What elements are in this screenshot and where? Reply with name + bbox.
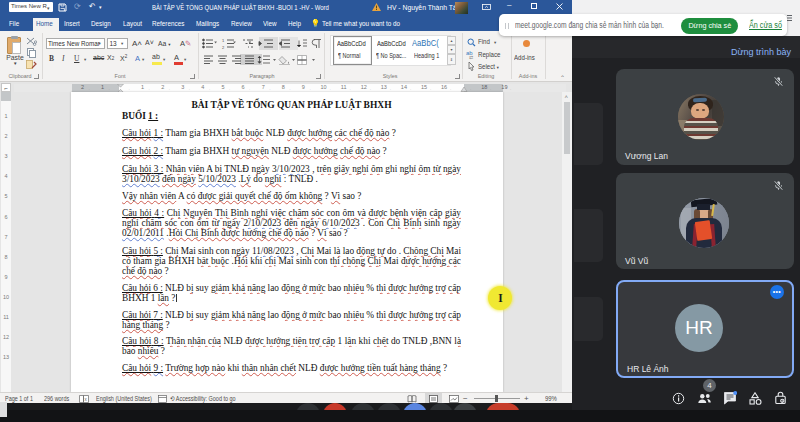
svg-text:1: 1	[222, 38, 225, 43]
svg-text:2: 2	[222, 45, 225, 50]
